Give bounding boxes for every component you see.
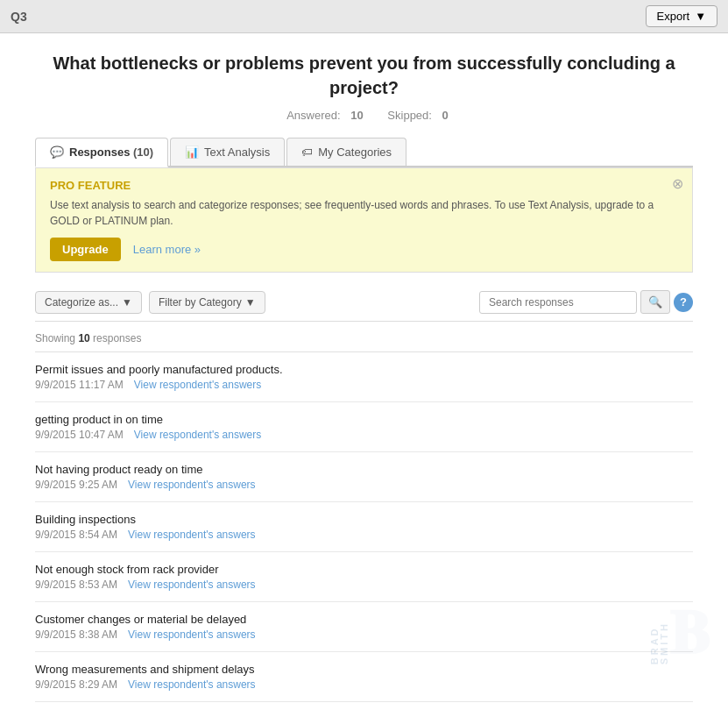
showing-count: Showing 10 responses (35, 329, 693, 351)
response-item: getting product in on time 9/9/2015 10:4… (35, 402, 693, 452)
pro-banner-text: Use text analysis to search and categori… (50, 197, 678, 229)
response-date: 9/9/2015 11:17 AM (35, 379, 124, 391)
question-title: What bottlenecks or problems prevent you… (35, 51, 693, 100)
top-bar: Q3 Export ▼ (0, 0, 728, 33)
text-analysis-tab-icon: 📊 (185, 146, 199, 159)
response-meta: 9/9/2015 9:25 AM View respondent's answe… (35, 479, 693, 491)
search-icon: 🔍 (648, 295, 662, 309)
response-date: 9/9/2015 8:54 AM (35, 529, 117, 541)
main-content: What bottlenecks or problems prevent you… (0, 33, 728, 717)
learn-more-link[interactable]: Learn more » (133, 243, 201, 256)
response-meta: 9/9/2015 8:53 AM View respondent's answe… (35, 579, 693, 591)
response-date: 9/9/2015 8:29 AM (35, 678, 117, 691)
response-item: Wrong measurements and shipment delays 9… (35, 652, 693, 702)
view-respondent-link[interactable]: View respondent's answers (134, 379, 261, 391)
filter-chevron-icon: ▼ (245, 296, 256, 309)
export-button[interactable]: Export ▼ (646, 5, 717, 27)
response-date: 9/9/2015 9:25 AM (35, 479, 117, 491)
tab-text-analysis[interactable]: 📊 Text Analysis (170, 138, 285, 166)
response-text: getting product in on time (35, 413, 693, 426)
toolbar: Categorize as... ▼ Filter by Category ▼ … (35, 283, 693, 322)
pro-banner-actions: Upgrade Learn more » (50, 238, 678, 261)
filter-button[interactable]: Filter by Category ▼ (149, 291, 265, 314)
tabs-bar: 💬 Responses (10) 📊 Text Analysis 🏷 My Ca… (35, 138, 693, 167)
categorize-button[interactable]: Categorize as... ▼ (35, 291, 142, 314)
response-date: 9/9/2015 10:47 AM (35, 429, 124, 441)
view-respondent-link[interactable]: View respondent's answers (128, 479, 255, 491)
answered-stat: Answered: 10 (279, 109, 366, 122)
view-respondent-link[interactable]: View respondent's answers (128, 628, 255, 641)
pro-feature-banner: PRO FEATURE Use text analysis to search … (35, 167, 693, 273)
response-item: Customer changes or material be delayed … (35, 602, 693, 652)
response-item: Not enough stock from rack provider 9/9/… (35, 552, 693, 602)
response-date: 9/9/2015 8:53 AM (35, 579, 117, 591)
pro-banner-title: PRO FEATURE (50, 179, 678, 192)
response-text: Not having product ready on time (35, 463, 693, 476)
tab-responses[interactable]: 💬 Responses (10) (35, 138, 168, 167)
upgrade-button[interactable]: Upgrade (50, 238, 121, 261)
categorize-chevron-icon: ▼ (122, 296, 132, 309)
tab-my-categories[interactable]: 🏷 My Categories (286, 138, 406, 166)
response-meta: 9/9/2015 10:47 AM View respondent's answ… (35, 429, 693, 441)
response-item: Permit issues and poorly manufactured pr… (35, 352, 693, 402)
help-icon: ? (680, 295, 687, 309)
view-respondent-link[interactable]: View respondent's answers (128, 579, 255, 591)
response-meta: 9/9/2015 8:29 AM View respondent's answe… (35, 678, 693, 691)
search-button[interactable]: 🔍 (640, 290, 670, 314)
close-banner-button[interactable]: ⊗ (672, 175, 683, 192)
stats-bar: Answered: 10 Skipped: 0 (35, 109, 693, 122)
search-input[interactable] (479, 291, 637, 314)
my-categories-tab-icon: 🏷 (301, 146, 313, 159)
question-number: Q3 (11, 10, 27, 24)
response-item: Building inspections 9/9/2015 8:54 AM Vi… (35, 502, 693, 552)
response-text: Building inspections (35, 513, 693, 526)
view-respondent-link[interactable]: View respondent's answers (128, 529, 255, 541)
response-text: Not enough stock from rack provider (35, 563, 693, 576)
search-area: 🔍 ? (479, 290, 693, 314)
response-item: Not having product ready on time 9/9/201… (35, 452, 693, 502)
skipped-stat: Skipped: 0 (380, 109, 448, 122)
view-respondent-link[interactable]: View respondent's answers (134, 429, 261, 441)
response-text: Permit issues and poorly manufactured pr… (35, 363, 693, 376)
response-text: Wrong measurements and shipment delays (35, 663, 693, 676)
response-list: Permit issues and poorly manufactured pr… (35, 351, 693, 702)
view-respondent-link[interactable]: View respondent's answers (128, 678, 255, 691)
responses-tab-icon: 💬 (50, 146, 64, 159)
response-meta: 9/9/2015 11:17 AM View respondent's answ… (35, 379, 693, 391)
help-button[interactable]: ? (674, 293, 693, 312)
response-date: 9/9/2015 8:38 AM (35, 628, 117, 641)
response-text: Customer changes or material be delayed (35, 613, 693, 626)
response-meta: 9/9/2015 8:54 AM View respondent's answe… (35, 529, 693, 541)
response-meta: 9/9/2015 8:38 AM View respondent's answe… (35, 628, 693, 641)
